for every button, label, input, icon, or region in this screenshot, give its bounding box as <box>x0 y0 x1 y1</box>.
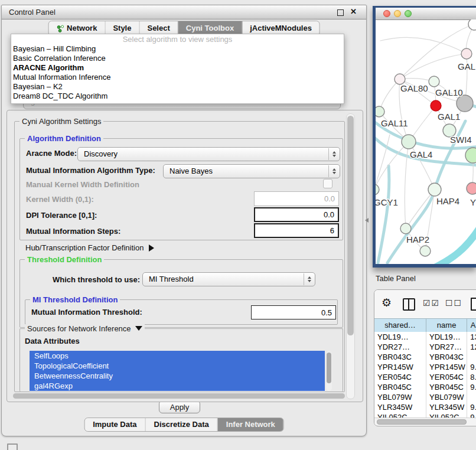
splitter-handle[interactable] <box>365 218 369 223</box>
select-all-icon[interactable]: ☑☑ <box>423 298 440 308</box>
table-cell: 12 <box>467 342 476 352</box>
network-tab-icon <box>56 25 64 32</box>
split-columns-icon[interactable] <box>403 298 415 311</box>
mi-threshold-field[interactable]: 0.5 <box>251 305 336 319</box>
algorithm-option[interactable]: Mutual Information Inference <box>11 73 344 82</box>
table-row[interactable]: YPR145WYPR145W9. <box>374 362 476 372</box>
minimize-traffic-light-icon[interactable] <box>394 10 401 17</box>
table-row[interactable]: YDL19…YDL19…13 <box>374 332 476 342</box>
table-row[interactable]: YIL052CYIL052C9. <box>374 412 476 418</box>
table-cell <box>467 352 476 362</box>
expand-arrow-icon <box>149 244 154 252</box>
network-node[interactable] <box>461 48 472 59</box>
settings-gear-icon[interactable]: ⚙ <box>382 296 392 309</box>
apply-button[interactable]: Apply <box>159 400 200 413</box>
kernel-width-field[interactable]: 0.0 <box>254 191 339 206</box>
table-row[interactable]: YER054CYER054C8. <box>374 372 476 382</box>
stepper-icon <box>328 165 339 177</box>
zoom-traffic-light-icon[interactable] <box>405 10 412 17</box>
node-label: GAL <box>458 61 475 71</box>
mi-algorithm-type-combobox[interactable]: Naive Bayes <box>163 164 340 178</box>
network-window-titlebar[interactable] <box>376 8 476 20</box>
column-header[interactable]: name <box>426 319 467 332</box>
dpi-tolerance-field[interactable]: 0.0 <box>254 207 339 222</box>
algorithm-option[interactable]: Basic Correlation Inference <box>11 54 344 63</box>
network-node[interactable] <box>402 135 416 149</box>
node-label: GAL4 <box>410 149 432 159</box>
table-cell <box>467 392 476 402</box>
tab-infer-network[interactable]: Infer Network <box>218 418 283 431</box>
mi-threshold-value: 0.5 <box>321 308 332 317</box>
horizontal-scrollbar[interactable] <box>13 393 345 399</box>
mi-threshold-definition-title: MI Threshold Definition <box>30 295 120 304</box>
algorithm-option[interactable]: Bayesian – K2 <box>11 82 344 92</box>
network-node[interactable] <box>457 95 473 112</box>
table-row[interactable]: YBR043CYBR043C <box>374 352 476 362</box>
network-node[interactable] <box>429 76 439 87</box>
attributes-list-scrollbar[interactable] <box>326 351 332 391</box>
close-icon[interactable]: ✕ <box>350 7 357 16</box>
sources-group-title[interactable]: Sources for Network Inference <box>25 324 145 333</box>
table-cell: YLR345W <box>374 402 426 412</box>
threshold-definition-group: Threshold Definition Which threshold to … <box>19 259 343 328</box>
mi-steps-value: 6 <box>330 226 334 235</box>
hub-definition-label: Hub/Transcription Factor Definition <box>25 243 144 252</box>
cyni-algorithm-settings-group: Cyni Algorithm Settings Algorithm Defini… <box>14 121 345 392</box>
network-window: GALGAL80GAL10GAL1GAL11SWI4GAL4GCY1HAP4YH… <box>373 6 476 268</box>
network-node[interactable] <box>468 19 476 30</box>
attribute-item[interactable]: BetweennessCentrality <box>30 371 325 381</box>
mi-steps-field[interactable]: 6 <box>254 223 339 238</box>
mi-steps-label: Mutual Information Steps: <box>26 227 120 236</box>
table-cell: YER054C <box>374 372 426 382</box>
table-row[interactable]: YDR27…YDR27…12 <box>374 342 476 352</box>
tab-impute-data[interactable]: Impute Data <box>84 418 145 431</box>
attribute-item[interactable]: SelfLoops <box>30 351 325 361</box>
stepper-icon <box>328 148 339 160</box>
column-header[interactable]: shared… <box>374 319 426 332</box>
data-attributes-list: SelfLoopsTopologicalCoefficientBetweenne… <box>30 351 325 392</box>
attribute-item[interactable]: gal4RGexp <box>30 381 325 391</box>
table-cell: YLR345W <box>426 402 467 412</box>
aracne-mode-combobox[interactable]: Discovery <box>77 147 340 161</box>
table-cell: 8. <box>467 372 476 382</box>
algorithm-option[interactable]: Dream8 DC_TDC Algorithm <box>11 92 344 101</box>
vertical-scrollbar[interactable] <box>346 113 355 399</box>
algorithm-option[interactable]: ARACNE Algorithm <box>11 63 344 73</box>
dpi-tolerance-value: 0.0 <box>324 210 334 219</box>
which-threshold-label: Which threshold to use: <box>53 275 140 284</box>
control-panel-titlebar[interactable]: Control Panel ✕ <box>2 5 366 19</box>
algorithm-dropdown-popup: Select algorithm to view settings Bayesi… <box>11 34 344 104</box>
algorithm-option[interactable]: Bayesian – Hill Climbing <box>11 44 344 54</box>
network-node[interactable] <box>431 100 441 111</box>
column-header[interactable]: A <box>467 319 476 332</box>
vertical-scrollbar-thumb[interactable] <box>347 116 354 335</box>
settings-scroll-viewport: Cyni Algorithm Settings Algorithm Defini… <box>6 110 363 402</box>
deselect-all-icon[interactable]: ☐☐ <box>445 298 462 308</box>
network-node[interactable] <box>400 223 411 234</box>
aracne-mode-value: Discovery <box>84 149 118 158</box>
network-node[interactable] <box>376 106 384 117</box>
which-threshold-combobox[interactable]: MI Threshold <box>142 272 315 286</box>
table-cell: 9. <box>467 412 476 418</box>
manual-kernel-width-checkbox[interactable] <box>323 179 332 188</box>
network-canvas[interactable]: GALGAL80GAL10GAL1GAL11SWI4GAL4GCY1HAP4YH… <box>376 19 476 264</box>
network-node[interactable] <box>465 148 476 163</box>
hub-definition-expander[interactable]: Hub/Transcription Factor Definition <box>25 243 154 252</box>
mini-window-icon[interactable] <box>7 444 18 450</box>
table-row[interactable]: YBL079WYBL079W <box>374 392 476 402</box>
network-node[interactable] <box>420 246 431 256</box>
network-node[interactable] <box>467 182 476 194</box>
float-window-icon[interactable] <box>337 9 344 16</box>
close-traffic-light-icon[interactable] <box>383 10 390 17</box>
table-row[interactable]: YBR045CYBR045C9. <box>374 382 476 392</box>
network-node[interactable] <box>376 184 379 195</box>
network-node[interactable] <box>428 183 441 196</box>
table-cell: YBL079W <box>426 392 467 402</box>
table-h-scrollbar-thumb[interactable] <box>377 419 467 425</box>
table-row[interactable]: YLR345WYLR345W9. <box>374 402 476 412</box>
attribute-item[interactable]: TopologicalCoefficient <box>30 361 325 371</box>
tab-discretize-data[interactable]: Discretize Data <box>146 418 218 431</box>
table-h-scrollbar[interactable] <box>374 418 476 425</box>
algorithm-option-list: Bayesian – Hill ClimbingBasic Correlatio… <box>11 44 344 101</box>
export-table-icon[interactable] <box>471 298 476 311</box>
